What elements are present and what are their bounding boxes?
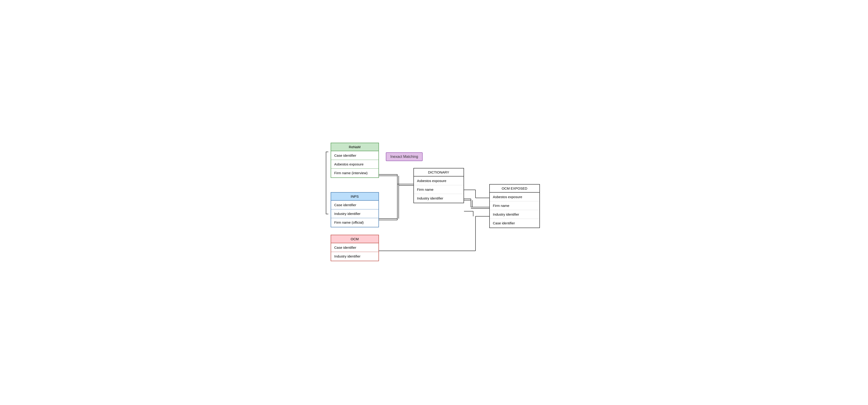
inps-header: INPS (331, 193, 378, 201)
renam-field-2: Firm name (interview) (331, 169, 378, 177)
inps-field-2: Firm name (official) (331, 218, 378, 227)
ocm-exposed-header: OCM EXPOSED (490, 184, 539, 193)
ocm-exposed-field-3: Case identifier (490, 219, 539, 228)
ocm-exposed-field-2: Industry identifier (490, 210, 539, 219)
inps-body: Case identifier Industry identifier Firm… (331, 201, 378, 227)
ocm-exposed-field-1: Firm name (490, 201, 539, 210)
diagram-container: ReNaM Case identifier Asbestos exposure … (324, 138, 545, 267)
renam-header: ReNaM (331, 143, 378, 151)
renam-body: Case identifier Asbestos exposure Firm n… (331, 151, 378, 177)
dictionary-box: DICTIONARY Asbestos exposure Firm name I… (413, 168, 464, 203)
dictionary-field-0: Asbestos exposure (414, 176, 464, 185)
dictionary-header: DICTIONARY (414, 169, 464, 176)
dictionary-field-1: Firm name (414, 185, 464, 194)
renam-field-0: Case identifier (331, 151, 378, 160)
ocm-body: Case identifier Industry identifier (331, 243, 378, 261)
ocm-field-1: Industry identifier (331, 252, 378, 261)
ocm-field-0: Case identifier (331, 243, 378, 252)
renam-field-1: Asbestos exposure (331, 160, 378, 169)
inexact-matching-badge: Inexact Matching (386, 152, 423, 161)
ocm-exposed-body: Asbestos exposure Firm name Industry ide… (490, 193, 539, 228)
ocm-box: OCM Case identifier Industry identifier (331, 235, 379, 261)
ocm-exposed-box: OCM EXPOSED Asbestos exposure Firm name … (489, 184, 540, 228)
renam-box: ReNaM Case identifier Asbestos exposure … (331, 143, 379, 178)
ocm-header: OCM (331, 235, 378, 243)
dictionary-body: Asbestos exposure Firm name Industry ide… (414, 176, 464, 203)
inps-box: INPS Case identifier Industry identifier… (331, 192, 379, 227)
ocm-exposed-field-0: Asbestos exposure (490, 193, 539, 201)
dictionary-field-2: Industry identifier (414, 194, 464, 203)
inps-field-0: Case identifier (331, 201, 378, 209)
inps-field-1: Industry identifier (331, 209, 378, 218)
